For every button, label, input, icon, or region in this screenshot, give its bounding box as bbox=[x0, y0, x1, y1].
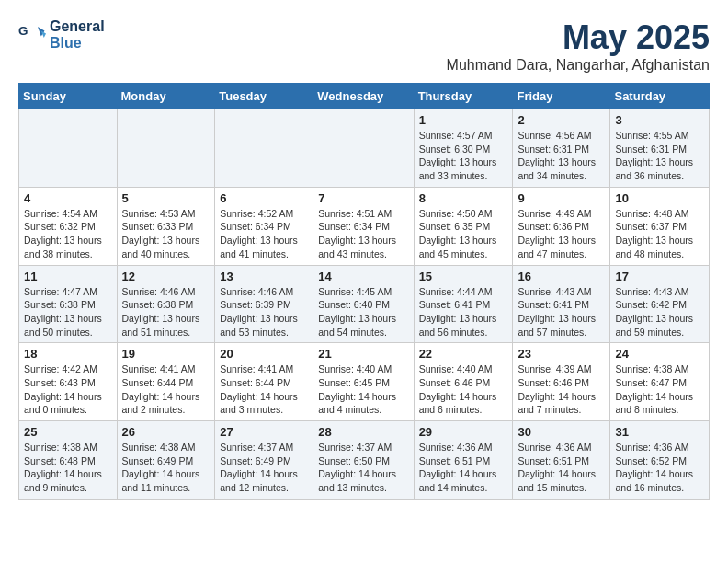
day-info: Sunrise: 4:39 AM Sunset: 6:46 PM Dayligh… bbox=[518, 362, 605, 417]
calendar-cell: 19Sunrise: 4:41 AM Sunset: 6:44 PM Dayli… bbox=[117, 343, 215, 421]
day-info: Sunrise: 4:49 AM Sunset: 6:36 PM Dayligh… bbox=[518, 207, 605, 261]
weekday-header: Thursday bbox=[414, 84, 513, 109]
day-info: Sunrise: 4:43 AM Sunset: 6:42 PM Dayligh… bbox=[615, 285, 704, 339]
calendar-body: 1Sunrise: 4:57 AM Sunset: 6:30 PM Daylig… bbox=[19, 109, 710, 500]
calendar-cell: 9Sunrise: 4:49 AM Sunset: 6:36 PM Daylig… bbox=[513, 187, 610, 265]
day-info: Sunrise: 4:53 AM Sunset: 6:33 PM Dayligh… bbox=[122, 207, 210, 261]
calendar-cell: 28Sunrise: 4:37 AM Sunset: 6:50 PM Dayli… bbox=[313, 421, 414, 500]
calendar-cell: 27Sunrise: 4:37 AM Sunset: 6:49 PM Dayli… bbox=[215, 421, 313, 500]
calendar-cell: 5Sunrise: 4:53 AM Sunset: 6:33 PM Daylig… bbox=[117, 187, 215, 265]
day-number: 30 bbox=[518, 425, 605, 439]
day-info: Sunrise: 4:48 AM Sunset: 6:37 PM Dayligh… bbox=[615, 207, 704, 261]
day-number: 22 bbox=[419, 347, 508, 361]
logo: G General Blue bbox=[18, 18, 105, 52]
day-info: Sunrise: 4:50 AM Sunset: 6:35 PM Dayligh… bbox=[419, 207, 508, 261]
day-number: 21 bbox=[318, 347, 408, 361]
day-info: Sunrise: 4:36 AM Sunset: 6:51 PM Dayligh… bbox=[518, 441, 605, 495]
day-number: 17 bbox=[615, 270, 704, 283]
calendar-cell: 11Sunrise: 4:47 AM Sunset: 6:38 PM Dayli… bbox=[19, 265, 118, 343]
title-block: May 2025 Muhmand Dara, Nangarhar, Afghan… bbox=[447, 18, 710, 74]
calendar-cell: 18Sunrise: 4:42 AM Sunset: 6:43 PM Dayli… bbox=[19, 343, 118, 421]
day-info: Sunrise: 4:38 AM Sunset: 6:49 PM Dayligh… bbox=[122, 441, 210, 495]
calendar-cell: 16Sunrise: 4:43 AM Sunset: 6:41 PM Dayli… bbox=[513, 265, 610, 343]
day-info: Sunrise: 4:40 AM Sunset: 6:45 PM Dayligh… bbox=[318, 362, 408, 417]
calendar-cell: 2Sunrise: 4:56 AM Sunset: 6:31 PM Daylig… bbox=[513, 109, 610, 188]
calendar-table: SundayMondayTuesdayWednesdayThursdayFrid… bbox=[18, 83, 710, 500]
day-number: 27 bbox=[220, 425, 308, 439]
day-info: Sunrise: 4:45 AM Sunset: 6:40 PM Dayligh… bbox=[318, 285, 408, 339]
day-number: 13 bbox=[220, 270, 308, 283]
day-number: 15 bbox=[419, 270, 508, 283]
calendar-cell bbox=[19, 109, 118, 188]
day-info: Sunrise: 4:56 AM Sunset: 6:31 PM Dayligh… bbox=[518, 129, 605, 183]
day-number: 14 bbox=[318, 270, 408, 283]
calendar-week-row: 11Sunrise: 4:47 AM Sunset: 6:38 PM Dayli… bbox=[19, 265, 710, 343]
calendar-cell: 29Sunrise: 4:36 AM Sunset: 6:51 PM Dayli… bbox=[414, 421, 513, 500]
calendar-cell: 26Sunrise: 4:38 AM Sunset: 6:49 PM Dayli… bbox=[117, 421, 215, 500]
calendar-cell: 20Sunrise: 4:41 AM Sunset: 6:44 PM Dayli… bbox=[215, 343, 313, 421]
calendar-cell: 25Sunrise: 4:38 AM Sunset: 6:48 PM Dayli… bbox=[19, 421, 118, 500]
day-number: 4 bbox=[24, 191, 112, 205]
day-number: 10 bbox=[615, 191, 704, 205]
day-info: Sunrise: 4:47 AM Sunset: 6:38 PM Dayligh… bbox=[24, 285, 112, 339]
day-info: Sunrise: 4:37 AM Sunset: 6:49 PM Dayligh… bbox=[220, 441, 308, 495]
calendar-cell: 15Sunrise: 4:44 AM Sunset: 6:41 PM Dayli… bbox=[414, 265, 513, 343]
weekday-header: Sunday bbox=[19, 84, 118, 109]
calendar-cell: 12Sunrise: 4:46 AM Sunset: 6:38 PM Dayli… bbox=[117, 265, 215, 343]
day-info: Sunrise: 4:44 AM Sunset: 6:41 PM Dayligh… bbox=[419, 285, 508, 339]
weekday-header: Saturday bbox=[610, 84, 710, 109]
calendar-cell: 8Sunrise: 4:50 AM Sunset: 6:35 PM Daylig… bbox=[414, 187, 513, 265]
day-info: Sunrise: 4:54 AM Sunset: 6:32 PM Dayligh… bbox=[24, 207, 112, 261]
calendar-cell: 1Sunrise: 4:57 AM Sunset: 6:30 PM Daylig… bbox=[414, 109, 513, 188]
day-number: 12 bbox=[122, 270, 210, 283]
day-number: 31 bbox=[615, 425, 704, 439]
calendar-week-row: 25Sunrise: 4:38 AM Sunset: 6:48 PM Dayli… bbox=[19, 421, 710, 500]
day-info: Sunrise: 4:38 AM Sunset: 6:47 PM Dayligh… bbox=[615, 362, 704, 417]
day-number: 7 bbox=[318, 191, 408, 205]
day-number: 18 bbox=[24, 347, 112, 361]
calendar-cell: 7Sunrise: 4:51 AM Sunset: 6:34 PM Daylig… bbox=[313, 187, 414, 265]
day-number: 20 bbox=[220, 347, 308, 361]
day-info: Sunrise: 4:41 AM Sunset: 6:44 PM Dayligh… bbox=[220, 362, 308, 417]
day-number: 16 bbox=[518, 270, 605, 283]
day-number: 6 bbox=[220, 191, 308, 205]
calendar-cell: 22Sunrise: 4:40 AM Sunset: 6:46 PM Dayli… bbox=[414, 343, 513, 421]
day-number: 8 bbox=[419, 191, 508, 205]
day-number: 26 bbox=[122, 425, 210, 439]
day-number: 11 bbox=[24, 270, 112, 283]
page-header: G General Blue May 2025 Muhmand Dara, Na… bbox=[18, 18, 710, 74]
calendar-cell: 17Sunrise: 4:43 AM Sunset: 6:42 PM Dayli… bbox=[610, 265, 710, 343]
calendar-cell: 3Sunrise: 4:55 AM Sunset: 6:31 PM Daylig… bbox=[610, 109, 710, 188]
calendar-week-row: 18Sunrise: 4:42 AM Sunset: 6:43 PM Dayli… bbox=[19, 343, 710, 421]
calendar-week-row: 4Sunrise: 4:54 AM Sunset: 6:32 PM Daylig… bbox=[19, 187, 710, 265]
day-number: 24 bbox=[615, 347, 704, 361]
header-row: SundayMondayTuesdayWednesdayThursdayFrid… bbox=[19, 84, 710, 109]
day-info: Sunrise: 4:40 AM Sunset: 6:46 PM Dayligh… bbox=[419, 362, 508, 417]
day-number: 3 bbox=[615, 113, 704, 127]
svg-text:G: G bbox=[18, 24, 28, 38]
day-number: 25 bbox=[24, 425, 112, 439]
day-number: 5 bbox=[122, 191, 210, 205]
day-info: Sunrise: 4:41 AM Sunset: 6:44 PM Dayligh… bbox=[122, 362, 210, 417]
day-info: Sunrise: 4:36 AM Sunset: 6:51 PM Dayligh… bbox=[419, 441, 508, 495]
calendar-cell: 23Sunrise: 4:39 AM Sunset: 6:46 PM Dayli… bbox=[513, 343, 610, 421]
day-info: Sunrise: 4:55 AM Sunset: 6:31 PM Dayligh… bbox=[615, 129, 704, 183]
day-info: Sunrise: 4:42 AM Sunset: 6:43 PM Dayligh… bbox=[24, 362, 112, 417]
day-info: Sunrise: 4:38 AM Sunset: 6:48 PM Dayligh… bbox=[24, 441, 112, 495]
day-info: Sunrise: 4:52 AM Sunset: 6:34 PM Dayligh… bbox=[220, 207, 308, 261]
calendar-cell: 10Sunrise: 4:48 AM Sunset: 6:37 PM Dayli… bbox=[610, 187, 710, 265]
calendar-week-row: 1Sunrise: 4:57 AM Sunset: 6:30 PM Daylig… bbox=[19, 109, 710, 188]
weekday-header: Monday bbox=[117, 84, 215, 109]
calendar-cell bbox=[215, 109, 313, 188]
day-info: Sunrise: 4:37 AM Sunset: 6:50 PM Dayligh… bbox=[318, 441, 408, 495]
day-number: 19 bbox=[122, 347, 210, 361]
calendar-cell: 14Sunrise: 4:45 AM Sunset: 6:40 PM Dayli… bbox=[313, 265, 414, 343]
calendar-cell bbox=[117, 109, 215, 188]
calendar-cell: 6Sunrise: 4:52 AM Sunset: 6:34 PM Daylig… bbox=[215, 187, 313, 265]
weekday-header: Friday bbox=[513, 84, 610, 109]
calendar-cell bbox=[313, 109, 414, 188]
logo-icon: G bbox=[18, 21, 46, 49]
calendar-cell: 24Sunrise: 4:38 AM Sunset: 6:47 PM Dayli… bbox=[610, 343, 710, 421]
day-info: Sunrise: 4:57 AM Sunset: 6:30 PM Dayligh… bbox=[419, 129, 508, 183]
day-number: 1 bbox=[419, 113, 508, 127]
